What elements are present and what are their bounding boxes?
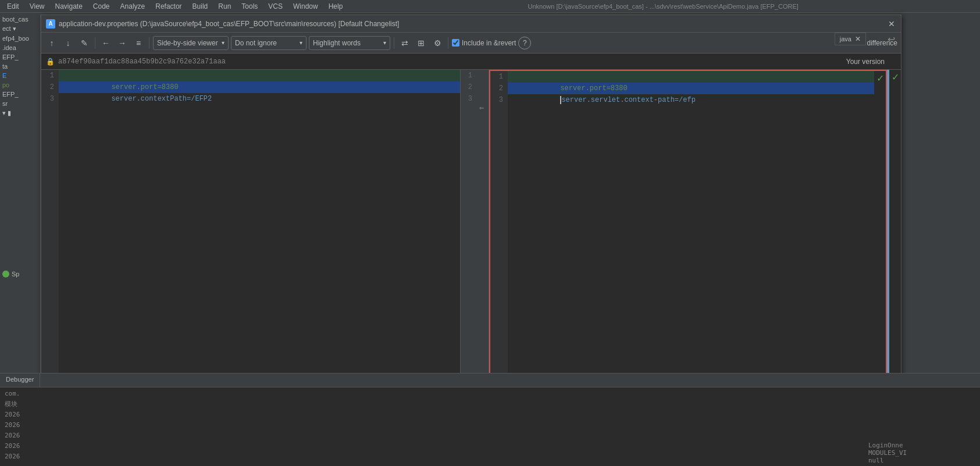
sidebar-item-ect[interactable]: ect ▾ xyxy=(0,24,40,34)
tab-close-icon[interactable]: ✕ xyxy=(855,35,861,43)
debugger-tab[interactable]: Debugger xyxy=(0,373,40,387)
viewer-dropdown[interactable]: Side-by-side viewer ▾ xyxy=(153,36,229,50)
log-line-4: 2026 xyxy=(5,420,859,431)
sidebar-item-po[interactable]: po xyxy=(0,80,40,90)
log-line-1: com. xyxy=(5,389,859,399)
toolbar: ↑ ↓ ✎ ← → ≡ Side-by-side viewer ▾ Do not… xyxy=(41,33,901,54)
include-revert-text: Include in &revert xyxy=(462,39,516,47)
log-line-6: 2026 xyxy=(5,441,859,451)
right-code-text-2: server.servlet.context-path=/efp xyxy=(561,96,695,104)
hash-row: 🔒 a874ef90aaf1dac88aa45b9b2c9a762e32a71a… xyxy=(41,54,901,70)
highlight-chevron-icon: ▾ xyxy=(383,40,386,46)
right-check-1: ✓ xyxy=(874,72,886,84)
sidebar-item-ta[interactable]: ta xyxy=(0,62,40,71)
right-code-line-1: server.port=8380 xyxy=(508,71,874,83)
your-version-label: Your version xyxy=(846,58,885,66)
center-left-num-3: 3 xyxy=(461,93,475,105)
ignore-chevron-icon: ▾ xyxy=(300,40,302,46)
java-tab[interactable]: java ✕ xyxy=(835,33,866,45)
bottom-right-text3: null xyxy=(868,457,975,464)
right-line-2: 2 xyxy=(493,83,505,94)
center-left-num-2: 2 xyxy=(461,81,475,93)
viewer-dropdown-label: Side-by-side viewer xyxy=(157,39,218,47)
sidebar-item-sp[interactable]: Sp xyxy=(0,269,40,279)
java-tab-label: java xyxy=(840,35,851,42)
sp-icon xyxy=(2,271,9,278)
far-check-green-icon: ✓ xyxy=(892,72,899,83)
back-button[interactable]: ← xyxy=(99,36,113,50)
center-left-num-1: 1 xyxy=(461,70,475,81)
highlight-dropdown[interactable]: Highlight words ▾ xyxy=(309,36,390,50)
menu-bar: Edit View Navigate Code Analyze Refactor… xyxy=(0,0,980,13)
right-code-text-1: server.port=8380 xyxy=(560,84,627,93)
separator-4 xyxy=(448,37,448,49)
menu-navigate[interactable]: Navigate xyxy=(50,1,87,12)
highlight-dropdown-label: Highlight words xyxy=(313,39,361,47)
menu-window[interactable]: Window xyxy=(288,1,323,12)
list-button[interactable]: ≡ xyxy=(131,36,145,50)
menu-view[interactable]: View xyxy=(25,1,49,12)
right-line-1: 1 xyxy=(493,71,505,83)
window-title: Unknown [D:\javaSource\efp4_boot_cas] - … xyxy=(348,3,978,10)
sidebar-item-boot-cas[interactable]: boot_cas xyxy=(0,15,40,24)
dialog-app-icon: A xyxy=(46,19,55,29)
separator-3 xyxy=(394,37,394,49)
left-code-text-2: server.contextPath=/EFP2 xyxy=(111,95,212,103)
menu-vcs[interactable]: VCS xyxy=(263,1,287,12)
bottom-right-text1: LoginOnne xyxy=(868,442,975,449)
menu-refactor[interactable]: Refactor xyxy=(151,1,186,12)
sidebar-item-sr[interactable]: sr xyxy=(0,99,40,108)
sidebar-item-efp2[interactable]: EFP_ xyxy=(0,90,40,99)
log-line-5: 2026 xyxy=(5,431,859,441)
scroll-up-button[interactable]: ↑ xyxy=(45,36,59,50)
log-line-3: 2026 xyxy=(5,410,859,420)
viewer-chevron-icon: ▾ xyxy=(222,40,224,46)
menu-tools[interactable]: Tools xyxy=(237,1,262,12)
hash-text: a874ef90aaf1dac88aa45b9b2c9a762e32a71aaa xyxy=(58,58,226,66)
left-code-text-1: server.port=8380 xyxy=(111,83,178,91)
forward-button[interactable]: → xyxy=(115,36,129,50)
ignore-dropdown[interactable]: Do not ignore ▾ xyxy=(231,36,307,50)
include-revert-checkbox[interactable] xyxy=(452,39,459,47)
menu-edit[interactable]: Edit xyxy=(2,1,24,12)
left-line-1: 1 xyxy=(44,70,56,81)
separator-1 xyxy=(95,37,95,49)
separator-2 xyxy=(149,37,149,49)
check-green-icon: ✓ xyxy=(876,73,884,84)
sp-label: Sp xyxy=(12,271,19,278)
include-revert-label[interactable]: Include in &revert xyxy=(452,39,516,47)
settings-button[interactable]: ⚙ xyxy=(430,36,444,50)
sidebar-item-idea[interactable]: .idea xyxy=(0,43,40,52)
bottom-content-area: com. 模块 2026 2026 2026 2026 2026 LoginOn… xyxy=(0,387,980,466)
left-line-2: 2 xyxy=(44,81,56,93)
menu-code[interactable]: Code xyxy=(88,1,115,12)
menu-build[interactable]: Build xyxy=(188,1,213,12)
menu-analyze[interactable]: Analyze xyxy=(116,1,150,12)
right-line-3: 3 xyxy=(493,94,505,106)
dialog-close-button[interactable]: ✕ xyxy=(887,19,896,29)
menu-help[interactable]: Help xyxy=(324,1,348,12)
help-button[interactable]: ? xyxy=(518,37,531,49)
log-line-7: 2026 xyxy=(5,451,859,462)
merge-left-arrow[interactable]: ⇐ xyxy=(479,105,484,111)
dialog-title-text: application-dev.properties (D:\javaSourc… xyxy=(59,20,887,28)
undo-button[interactable]: ↩ xyxy=(888,33,895,45)
bottom-tabs: Debugger xyxy=(0,373,980,387)
sidebar-item-e[interactable]: E xyxy=(0,71,40,80)
sidebar-item-efp[interactable]: EFP_ xyxy=(0,52,40,62)
edit-button[interactable]: ✎ xyxy=(77,36,91,50)
far-check-1: ✓ xyxy=(889,71,901,83)
sidebar-item-efp4[interactable]: efp4_boo xyxy=(0,34,40,43)
dialog-title-bar: A application-dev.properties (D:\javaSou… xyxy=(41,15,901,33)
left-code-line-1: server.port=8380 xyxy=(59,70,460,81)
columns-button[interactable]: ⊞ xyxy=(414,36,428,50)
left-line-3: 3 xyxy=(44,93,56,105)
bottom-log: com. 模块 2026 2026 2026 2026 2026 xyxy=(0,387,864,466)
bottom-bar: Debugger com. 模块 2026 2026 2026 2026 202… xyxy=(0,373,980,466)
ignore-dropdown-label: Do not ignore xyxy=(235,39,277,47)
scroll-down-button[interactable]: ↓ xyxy=(61,36,75,50)
bottom-right-log: LoginOnne MODULES_VI null xyxy=(864,387,980,466)
menu-run[interactable]: Run xyxy=(213,1,236,12)
merge-arrows-button[interactable]: ⇄ xyxy=(398,36,412,50)
sidebar-item-expand[interactable]: ▾ ▮ xyxy=(0,108,40,118)
